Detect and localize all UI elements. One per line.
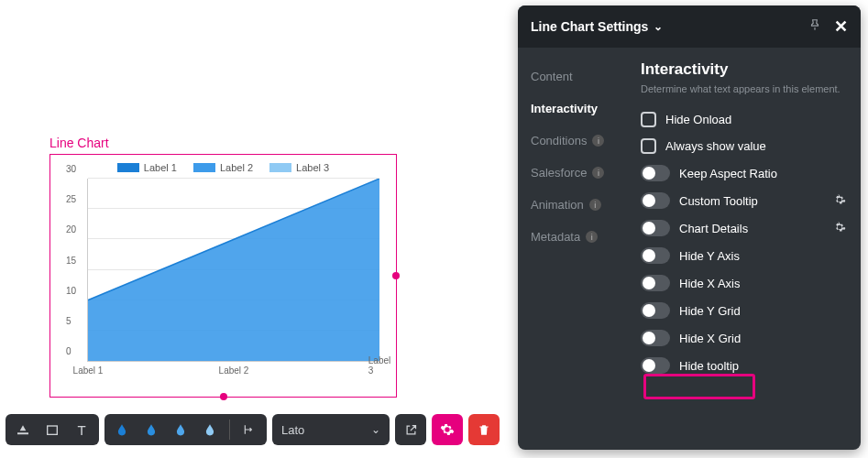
border-icon[interactable] bbox=[40, 418, 64, 442]
toggle-hide-x-axis[interactable] bbox=[641, 275, 670, 291]
line-chart-element[interactable]: Line Chart Label 1 Label 2 Label 3 0 5 1… bbox=[49, 136, 397, 398]
delete-button[interactable] bbox=[468, 414, 500, 445]
toggle-label: Custom Tooltip bbox=[679, 194, 758, 208]
toggle-custom-tooltip[interactable] bbox=[641, 192, 670, 209]
toggle-keep-aspect-ratio[interactable] bbox=[641, 165, 670, 181]
legend-label: Label 3 bbox=[296, 162, 329, 173]
spacing-icon[interactable] bbox=[237, 418, 261, 442]
checkbox-hide-onload[interactable] bbox=[641, 112, 656, 127]
sidebar-item-conditions[interactable]: Conditionsi bbox=[531, 125, 630, 157]
sidebar-item-interactivity[interactable]: Interactivity bbox=[531, 93, 630, 125]
panel-title: Line Chart Settings bbox=[531, 19, 648, 34]
panel-title-button[interactable]: Line Chart Settings ⌄ bbox=[531, 19, 663, 34]
fill-color-icon[interactable] bbox=[11, 418, 35, 442]
toggle-hide-y-grid[interactable] bbox=[641, 302, 670, 319]
legend-label: Label 1 bbox=[144, 162, 177, 173]
sidebar-item-salesforce[interactable]: Salesforcei bbox=[531, 157, 630, 189]
settings-button[interactable] bbox=[432, 414, 463, 445]
info-icon: i bbox=[592, 135, 604, 147]
toggle-label: Hide X Axis bbox=[679, 277, 740, 290]
checkbox-always-show-value[interactable] bbox=[641, 138, 656, 154]
checkbox-label: Always show value bbox=[665, 139, 766, 153]
toggle-hide-x-grid[interactable] bbox=[641, 330, 670, 346]
toggle-chart-details[interactable] bbox=[641, 220, 670, 236]
settings-panel: Line Chart Settings ⌄ ✕ Content Interact… bbox=[518, 5, 861, 450]
toggle-label: Keep Aspect Ratio bbox=[679, 167, 777, 180]
open-external-icon[interactable] bbox=[395, 414, 426, 445]
droplet-icon[interactable] bbox=[139, 418, 163, 442]
text-icon[interactable]: T bbox=[70, 418, 93, 442]
info-icon: i bbox=[589, 199, 601, 211]
font-select-value: Lato bbox=[281, 423, 304, 437]
panel-sidebar: Content Interactivity Conditionsi Salesf… bbox=[518, 48, 630, 450]
info-icon: i bbox=[586, 231, 598, 243]
sidebar-item-content[interactable]: Content bbox=[531, 60, 630, 93]
gear-icon[interactable] bbox=[833, 221, 846, 236]
chevron-down-icon: ⌄ bbox=[371, 423, 380, 436]
toggle-hide-y-axis[interactable] bbox=[641, 247, 670, 264]
sidebar-item-metadata[interactable]: Metadatai bbox=[531, 221, 630, 253]
chart-canvas[interactable]: Label 1 Label 2 Label 3 0 5 10 15 20 25 … bbox=[49, 154, 397, 398]
bottom-toolbar: T Lato ⌄ bbox=[5, 414, 500, 445]
section-subtitle: Determine what text appears in this elem… bbox=[641, 82, 846, 95]
chart-legend: Label 1 Label 2 Label 3 bbox=[63, 162, 383, 173]
panel-header: Line Chart Settings ⌄ ✕ bbox=[518, 5, 861, 48]
resize-handle-right[interactable] bbox=[392, 272, 400, 279]
toggle-label: Hide Y Grid bbox=[679, 304, 741, 318]
chart-area-fill bbox=[88, 179, 379, 361]
close-icon[interactable]: ✕ bbox=[834, 16, 848, 37]
toggle-label: Chart Details bbox=[679, 222, 748, 235]
toggle-label: Hide X Grid bbox=[679, 332, 741, 345]
droplet-icon[interactable] bbox=[169, 418, 192, 442]
droplet-icon[interactable] bbox=[198, 418, 222, 442]
chevron-down-icon: ⌄ bbox=[654, 20, 663, 33]
svg-rect-1 bbox=[48, 426, 58, 434]
svg-marker-0 bbox=[88, 179, 379, 361]
panel-main: Interactivity Determine what text appear… bbox=[630, 48, 861, 450]
pin-icon[interactable] bbox=[808, 18, 821, 35]
section-heading: Interactivity bbox=[641, 60, 846, 79]
droplet-icon[interactable] bbox=[110, 418, 134, 442]
toggle-label: Hide Y Axis bbox=[679, 249, 740, 263]
checkbox-label: Hide Onload bbox=[665, 113, 731, 126]
legend-label: Label 2 bbox=[220, 162, 253, 173]
chart-plot: 0 5 10 15 20 25 30 Label 1 Label 2 Label… bbox=[87, 179, 379, 362]
chart-title: Line Chart bbox=[49, 136, 397, 150]
font-select[interactable]: Lato ⌄ bbox=[272, 414, 390, 445]
toggle-label: Hide tooltip bbox=[679, 359, 739, 373]
toggle-hide-tooltip[interactable] bbox=[641, 357, 670, 374]
resize-handle-bottom[interactable] bbox=[220, 393, 227, 400]
info-icon: i bbox=[592, 167, 604, 179]
sidebar-item-animation[interactable]: Animationi bbox=[531, 189, 630, 221]
gear-icon[interactable] bbox=[833, 193, 846, 209]
